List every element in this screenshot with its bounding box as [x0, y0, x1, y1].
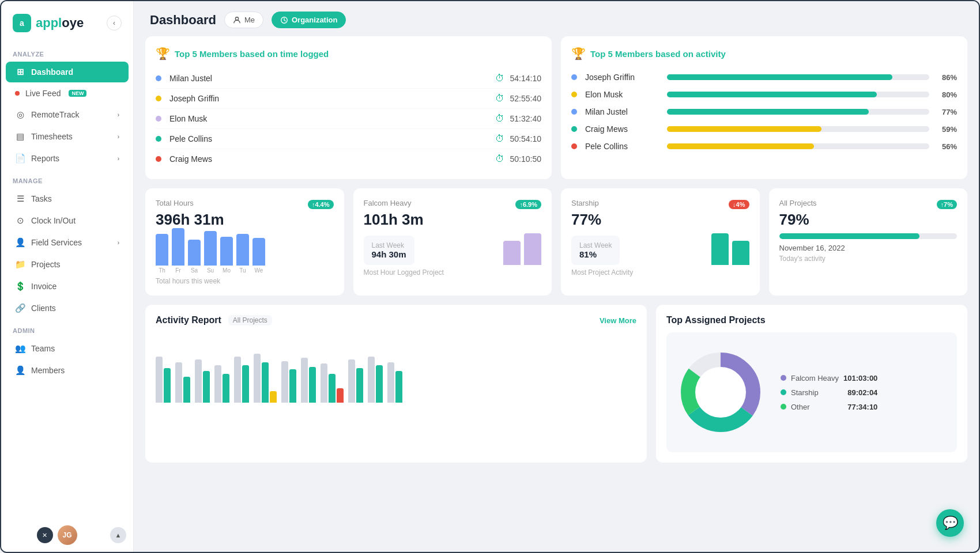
allprojects-date: November 16, 2022: [779, 244, 958, 252]
footer-up-icon: ▲: [110, 527, 126, 543]
act-bar-inner: [301, 358, 316, 403]
bar-label: Tu: [239, 267, 246, 274]
activity-name: Craig Mews: [585, 124, 660, 134]
bar-label: We: [255, 267, 263, 274]
member-name: Craig Mews: [169, 154, 495, 164]
starship-footer: Most Project Activity: [571, 268, 749, 276]
activity-bar-fill: [667, 109, 869, 115]
member-name: Joseph Griffin: [169, 94, 495, 103]
sidebar-item-fieldservices[interactable]: 👤 Field Services ›: [6, 232, 129, 253]
bar-col: Su: [204, 231, 217, 274]
falcom-legend-name: Falcom Heavy: [791, 374, 839, 382]
other-legend-dot: [781, 404, 786, 410]
sidebar-item-members[interactable]: 👤 Members: [6, 360, 129, 381]
close-icon[interactable]: ✕: [37, 527, 53, 543]
falcom-week-box: Last Week 94h 30m: [364, 236, 414, 265]
app-container: a apploye ‹ Analyze ⊞ Dashboard Live Fee…: [0, 0, 980, 553]
act-bar-teal: [309, 367, 316, 403]
svg-point-6: [695, 367, 746, 418]
tasks-icon: ☰: [15, 194, 25, 204]
total-hours-value: 396h 31m: [156, 211, 334, 229]
act-bar-teal: [289, 369, 296, 403]
starship-bar-2: [732, 241, 749, 265]
chevron-right-icon: ›: [118, 112, 119, 118]
fieldservices-icon: 👤: [15, 237, 25, 248]
admin-section-label: Admin: [1, 319, 133, 338]
bar-col: We: [252, 238, 265, 274]
activity-member-row: Craig Mews 59%: [571, 120, 957, 138]
sidebar-item-clockinout[interactable]: ⊙ Clock In/Out: [6, 210, 129, 231]
activity-pct: 80%: [936, 90, 957, 99]
main-content: Dashboard Me Organization 🏆 Top 5 Member…: [134, 1, 979, 552]
bar-rect: [236, 234, 249, 266]
activity-bar-fill: [667, 143, 814, 149]
time-member-row: Milan Justel ⏱ 54:14:10: [156, 69, 541, 89]
member-name: Milan Justel: [169, 74, 495, 83]
act-bar-gray: [175, 362, 182, 403]
member-name: Pele Collins: [169, 134, 495, 143]
activity-pct: 59%: [936, 125, 957, 134]
sidebar-item-teams[interactable]: 👥 Teams: [6, 338, 129, 359]
member-time: 52:55:40: [510, 94, 542, 103]
act-bar-gray: [254, 354, 261, 403]
activity-dot: [571, 74, 577, 80]
time-icon: ⏱: [495, 154, 504, 164]
tab-organization[interactable]: Organization: [272, 12, 346, 28]
bar-rect: [252, 238, 265, 266]
top-members-row: 🏆 Top 5 Members based on time logged Mil…: [145, 36, 967, 179]
total-hours-badge: ↑4.4%: [308, 200, 334, 209]
sidebar-item-dashboard[interactable]: ⊞ Dashboard: [6, 62, 129, 82]
tab-me[interactable]: Me: [224, 12, 263, 28]
member-time: 51:32:40: [510, 114, 542, 123]
bar-label: Th: [159, 267, 165, 274]
sidebar-item-livefeed[interactable]: Live Feed NEW: [6, 84, 129, 103]
org-icon: [280, 16, 288, 24]
analyze-section-label: Analyze: [1, 43, 133, 61]
activity-bar-group: [214, 365, 229, 403]
bar-rect: [204, 231, 217, 266]
falcom-week-label: Last Week: [372, 241, 406, 249]
time-member-row: Craig Mews ⏱ 50:10:50: [156, 149, 541, 169]
act-bar-inner: [281, 361, 296, 403]
activity-report-filter: All Projects: [228, 315, 272, 325]
footer-action-icons: ✕: [37, 527, 53, 543]
activity-pct: 56%: [936, 142, 957, 151]
chat-fab-button[interactable]: 💬: [936, 509, 964, 537]
live-dot-icon: [15, 91, 20, 96]
time-member-row: Joseph Griffin ⏱ 52:55:40: [156, 89, 541, 109]
sidebar-item-remotetrack[interactable]: ◎ RemoteTrack ›: [6, 104, 129, 125]
activity-bar-wrap: [667, 126, 929, 132]
legend-item-other: Other 77:34:10: [781, 403, 877, 411]
falcom-week-val: 94h 30m: [372, 249, 406, 259]
activity-chart: [156, 334, 636, 403]
activity-member-row: Milan Justel 77%: [571, 103, 957, 120]
trophy-icon: 🏆: [571, 47, 586, 60]
logo-area: a apploye ‹: [1, 1, 133, 43]
chevron-right-icon: ›: [118, 240, 119, 246]
allprojects-progress-fill: [779, 233, 920, 239]
activity-member-row: Pele Collins 56%: [571, 138, 957, 155]
sidebar-item-label: Tasks: [31, 194, 52, 203]
sidebar-item-label: Live Feed: [25, 89, 61, 98]
sidebar-item-invoice[interactable]: 💲 Invoice: [6, 276, 129, 297]
sidebar-item-clients[interactable]: 🔗 Clients: [6, 298, 129, 319]
bar-label: Fr: [175, 267, 180, 274]
activity-name: Joseph Griffin: [585, 73, 660, 82]
sidebar-item-reports[interactable]: 📄 Reports ›: [6, 148, 129, 169]
top-projects-title: Top Assigned Projects: [666, 315, 957, 325]
act-bar-teal: [376, 365, 383, 403]
svg-point-0: [235, 17, 238, 20]
act-bar-inner: [254, 354, 277, 403]
activity-members-list: Joseph Griffin 86% Elon Musk 80% Milan J…: [571, 69, 957, 155]
sidebar-item-timesheets[interactable]: ▤ Timesheets ›: [6, 126, 129, 147]
time-member-row: Elon Musk ⏱ 51:32:40: [156, 109, 541, 129]
sidebar-item-tasks[interactable]: ☰ Tasks: [6, 188, 129, 209]
sidebar-collapse-button[interactable]: ‹: [107, 16, 122, 31]
act-bar-red: [337, 388, 344, 403]
sidebar-item-projects[interactable]: 📁 Projects: [6, 254, 129, 275]
chevron-up-icon[interactable]: ▲: [110, 527, 126, 543]
starship-week-label: Last Week: [579, 241, 612, 249]
view-more-button[interactable]: View More: [600, 316, 636, 325]
projects-legend: Falcom Heavy 101:03:00 Starship 89:02:04: [781, 374, 877, 411]
stat-starship: Starship ↓4% 77% Last Week 81%: [561, 188, 760, 296]
